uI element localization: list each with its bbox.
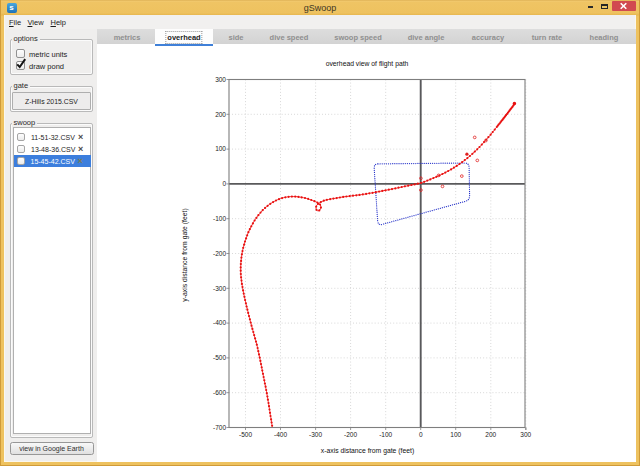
svg-text:-100: -100 [379, 431, 392, 438]
svg-text:300: 300 [520, 431, 531, 438]
svg-text:-500: -500 [213, 354, 226, 361]
svg-text:0: 0 [419, 431, 423, 438]
svg-text:-200: -200 [213, 250, 226, 257]
svg-text:-500: -500 [239, 431, 252, 438]
svg-text:x-axis distance from gate (fee: x-axis distance from gate (feet) [321, 447, 414, 455]
svg-text:300: 300 [215, 76, 226, 83]
svg-text:-300: -300 [309, 431, 322, 438]
svg-text:-400: -400 [274, 431, 287, 438]
svg-text:-700: -700 [213, 424, 226, 431]
svg-text:100: 100 [450, 431, 461, 438]
svg-text:-100: -100 [213, 215, 226, 222]
svg-text:-400: -400 [213, 319, 226, 326]
svg-text:y-axis distance from gate (fee: y-axis distance from gate (feet) [181, 208, 189, 301]
svg-text:200: 200 [485, 431, 496, 438]
svg-text:overhead view of flight path: overhead view of flight path [326, 60, 409, 68]
svg-text:-600: -600 [213, 389, 226, 396]
svg-text:-300: -300 [213, 285, 226, 292]
svg-text:0: 0 [222, 180, 226, 187]
svg-text:100: 100 [215, 145, 226, 152]
svg-text:200: 200 [215, 111, 226, 118]
svg-text:-200: -200 [344, 431, 357, 438]
